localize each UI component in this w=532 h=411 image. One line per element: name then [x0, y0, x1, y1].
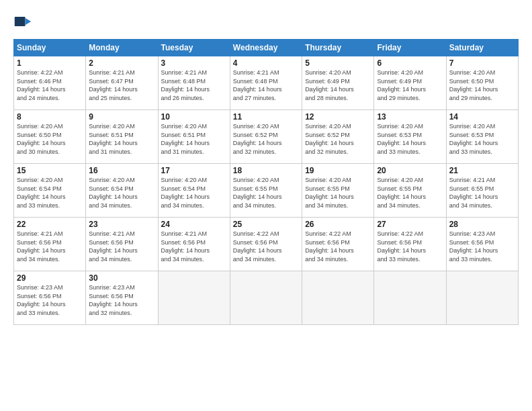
- day-cell: [446, 271, 518, 325]
- page: SundayMondayTuesdayWednesdayThursdayFrid…: [0, 0, 532, 411]
- day-info: Sunrise: 4:20 AM Sunset: 6:50 PM Dayligh…: [17, 122, 83, 156]
- svg-marker-1: [26, 18, 32, 26]
- day-number: 28: [449, 220, 515, 229]
- header: [13, 12, 519, 31]
- day-cell: 13Sunrise: 4:20 AM Sunset: 6:53 PM Dayli…: [374, 110, 446, 164]
- day-cell: 12Sunrise: 4:20 AM Sunset: 6:52 PM Dayli…: [302, 110, 374, 164]
- day-number: 21: [449, 166, 515, 175]
- day-number: 5: [305, 58, 371, 68]
- day-cell: 5Sunrise: 4:20 AM Sunset: 6:49 PM Daylig…: [302, 56, 374, 110]
- day-cell: 17Sunrise: 4:20 AM Sunset: 6:54 PM Dayli…: [158, 164, 230, 218]
- day-cell: 14Sunrise: 4:20 AM Sunset: 6:53 PM Dayli…: [446, 110, 518, 164]
- day-cell: 23Sunrise: 4:21 AM Sunset: 6:56 PM Dayli…: [86, 218, 158, 271]
- day-info: Sunrise: 4:21 AM Sunset: 6:56 PM Dayligh…: [89, 230, 154, 263]
- day-number: 8: [17, 112, 83, 122]
- day-number: 12: [305, 112, 371, 122]
- day-info: Sunrise: 4:20 AM Sunset: 6:52 PM Dayligh…: [233, 122, 299, 156]
- day-info: Sunrise: 4:21 AM Sunset: 6:48 PM Dayligh…: [233, 68, 299, 102]
- day-cell: 26Sunrise: 4:22 AM Sunset: 6:56 PM Dayli…: [302, 218, 374, 271]
- day-cell: 15Sunrise: 4:20 AM Sunset: 6:54 PM Dayli…: [14, 164, 86, 218]
- day-number: 2: [89, 58, 154, 68]
- day-cell: 4Sunrise: 4:21 AM Sunset: 6:48 PM Daylig…: [230, 56, 302, 110]
- calendar-table: SundayMondayTuesdayWednesdayThursdayFrid…: [13, 39, 519, 325]
- week-row-5: 29Sunrise: 4:23 AM Sunset: 6:56 PM Dayli…: [14, 271, 519, 325]
- day-cell: 6Sunrise: 4:20 AM Sunset: 6:49 PM Daylig…: [374, 56, 446, 110]
- day-number: 22: [17, 220, 83, 229]
- day-number: 4: [233, 58, 299, 68]
- day-cell: 10Sunrise: 4:20 AM Sunset: 6:51 PM Dayli…: [158, 110, 230, 164]
- day-cell: 7Sunrise: 4:20 AM Sunset: 6:50 PM Daylig…: [446, 56, 518, 110]
- day-number: 16: [89, 166, 154, 175]
- day-number: 23: [89, 220, 154, 229]
- day-number: 24: [161, 220, 227, 229]
- day-info: Sunrise: 4:20 AM Sunset: 6:51 PM Dayligh…: [161, 122, 227, 156]
- calendar-body: 1Sunrise: 4:22 AM Sunset: 6:46 PM Daylig…: [14, 56, 519, 325]
- day-cell: 22Sunrise: 4:21 AM Sunset: 6:56 PM Dayli…: [14, 218, 86, 271]
- day-number: 14: [449, 112, 515, 122]
- week-row-3: 15Sunrise: 4:20 AM Sunset: 6:54 PM Dayli…: [14, 164, 519, 218]
- day-number: 1: [17, 58, 83, 68]
- day-cell: 21Sunrise: 4:21 AM Sunset: 6:55 PM Dayli…: [446, 164, 518, 218]
- day-info: Sunrise: 4:20 AM Sunset: 6:51 PM Dayligh…: [89, 122, 154, 156]
- day-info: Sunrise: 4:22 AM Sunset: 6:56 PM Dayligh…: [305, 230, 371, 263]
- day-info: Sunrise: 4:23 AM Sunset: 6:56 PM Dayligh…: [449, 230, 515, 263]
- day-info: Sunrise: 4:23 AM Sunset: 6:56 PM Dayligh…: [17, 283, 83, 317]
- day-number: 27: [377, 220, 443, 229]
- week-row-4: 22Sunrise: 4:21 AM Sunset: 6:56 PM Dayli…: [14, 218, 519, 271]
- day-cell: 20Sunrise: 4:20 AM Sunset: 6:55 PM Dayli…: [374, 164, 446, 218]
- day-number: 25: [233, 220, 299, 229]
- day-number: 17: [161, 166, 227, 175]
- day-info: Sunrise: 4:20 AM Sunset: 6:54 PM Dayligh…: [161, 176, 227, 210]
- logo-icon: [13, 12, 32, 31]
- day-info: Sunrise: 4:22 AM Sunset: 6:56 PM Dayligh…: [377, 230, 443, 263]
- day-number: 20: [377, 166, 443, 175]
- day-cell: 19Sunrise: 4:20 AM Sunset: 6:55 PM Dayli…: [302, 164, 374, 218]
- day-info: Sunrise: 4:21 AM Sunset: 6:48 PM Dayligh…: [161, 68, 227, 102]
- day-number: 7: [449, 58, 515, 68]
- day-cell: [230, 271, 302, 325]
- day-info: Sunrise: 4:21 AM Sunset: 6:47 PM Dayligh…: [89, 68, 154, 102]
- week-row-1: 1Sunrise: 4:22 AM Sunset: 6:46 PM Daylig…: [14, 56, 519, 110]
- day-info: Sunrise: 4:21 AM Sunset: 6:55 PM Dayligh…: [449, 176, 515, 210]
- day-number: 26: [305, 220, 371, 229]
- weekday-header-tuesday: Tuesday: [158, 40, 230, 56]
- day-number: 3: [161, 58, 227, 68]
- weekday-header-saturday: Saturday: [446, 40, 518, 56]
- day-info: Sunrise: 4:23 AM Sunset: 6:56 PM Dayligh…: [89, 283, 154, 317]
- day-cell: 11Sunrise: 4:20 AM Sunset: 6:52 PM Dayli…: [230, 110, 302, 164]
- day-info: Sunrise: 4:20 AM Sunset: 6:55 PM Dayligh…: [377, 176, 443, 210]
- day-number: 19: [305, 166, 371, 175]
- weekday-header-thursday: Thursday: [302, 40, 374, 56]
- weekday-header-sunday: Sunday: [14, 40, 86, 56]
- svg-rect-0: [15, 17, 26, 26]
- day-number: 30: [89, 273, 154, 283]
- header-row: SundayMondayTuesdayWednesdayThursdayFrid…: [14, 40, 519, 56]
- day-number: 29: [17, 273, 83, 283]
- day-cell: 9Sunrise: 4:20 AM Sunset: 6:51 PM Daylig…: [86, 110, 158, 164]
- weekday-header-monday: Monday: [86, 40, 158, 56]
- day-cell: 3Sunrise: 4:21 AM Sunset: 6:48 PM Daylig…: [158, 56, 230, 110]
- day-info: Sunrise: 4:21 AM Sunset: 6:56 PM Dayligh…: [161, 230, 227, 263]
- day-info: Sunrise: 4:20 AM Sunset: 6:55 PM Dayligh…: [233, 176, 299, 210]
- day-number: 18: [233, 166, 299, 175]
- day-number: 6: [377, 58, 443, 68]
- day-number: 10: [161, 112, 227, 122]
- day-info: Sunrise: 4:21 AM Sunset: 6:56 PM Dayligh…: [17, 230, 83, 263]
- day-info: Sunrise: 4:20 AM Sunset: 6:53 PM Dayligh…: [377, 122, 443, 156]
- day-cell: [374, 271, 446, 325]
- day-info: Sunrise: 4:22 AM Sunset: 6:56 PM Dayligh…: [233, 230, 299, 263]
- day-number: 13: [377, 112, 443, 122]
- day-cell: [302, 271, 374, 325]
- weekday-header-wednesday: Wednesday: [230, 40, 302, 56]
- day-info: Sunrise: 4:20 AM Sunset: 6:54 PM Dayligh…: [17, 176, 83, 210]
- logo: [13, 12, 35, 31]
- day-info: Sunrise: 4:20 AM Sunset: 6:55 PM Dayligh…: [305, 176, 371, 210]
- day-info: Sunrise: 4:20 AM Sunset: 6:49 PM Dayligh…: [305, 68, 371, 102]
- day-cell: 1Sunrise: 4:22 AM Sunset: 6:46 PM Daylig…: [14, 56, 86, 110]
- day-cell: 16Sunrise: 4:20 AM Sunset: 6:54 PM Dayli…: [86, 164, 158, 218]
- day-info: Sunrise: 4:20 AM Sunset: 6:54 PM Dayligh…: [89, 176, 154, 210]
- day-info: Sunrise: 4:20 AM Sunset: 6:50 PM Dayligh…: [449, 68, 515, 102]
- week-row-2: 8Sunrise: 4:20 AM Sunset: 6:50 PM Daylig…: [14, 110, 519, 164]
- calendar-header: SundayMondayTuesdayWednesdayThursdayFrid…: [14, 40, 519, 56]
- day-cell: 18Sunrise: 4:20 AM Sunset: 6:55 PM Dayli…: [230, 164, 302, 218]
